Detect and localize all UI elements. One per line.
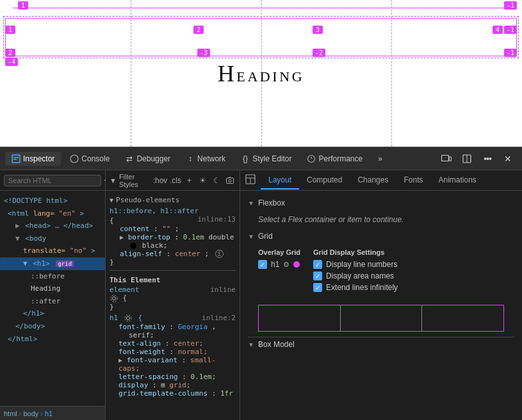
screenshot-button[interactable] bbox=[225, 174, 236, 188]
split-screen-button[interactable] bbox=[458, 150, 476, 168]
tab-changes-label: Changes bbox=[357, 175, 388, 184]
tab-layout[interactable]: Layout bbox=[261, 172, 299, 190]
badge-4-mid: 4 bbox=[493, 26, 503, 34]
pseudo-selector: h1::before, h1::after inline:13 bbox=[110, 207, 236, 215]
color-swatch-black[interactable] bbox=[130, 243, 136, 249]
tab-inspector-label: Inspector bbox=[23, 154, 54, 163]
box-model-label: Box Model bbox=[258, 340, 295, 349]
mini-grid-visualization bbox=[258, 305, 504, 332]
add-rule-button[interactable]: + bbox=[184, 174, 195, 188]
tab-inspector[interactable]: Inspector bbox=[5, 152, 61, 166]
display-option-extend-lines: ✓ Extend lines infinitely bbox=[313, 283, 398, 292]
style-editor-icon: {} bbox=[241, 154, 250, 163]
svg-rect-14 bbox=[227, 178, 234, 184]
css-font-family: font-family : Georgia , bbox=[118, 323, 236, 331]
breadcrumb-html[interactable]: html bbox=[4, 410, 17, 417]
css-grid-template-columns: grid-template-columns : 1fr bbox=[118, 389, 236, 398]
font-variant-expand[interactable]: ▶ bbox=[118, 357, 122, 364]
svg-rect-6 bbox=[449, 157, 452, 161]
tab-performance[interactable]: Performance bbox=[300, 152, 369, 166]
flexbox-message: Select a Flex container or item to conti… bbox=[248, 210, 514, 229]
svg-rect-5 bbox=[442, 155, 449, 161]
responsive-design-button[interactable] bbox=[437, 150, 455, 168]
svg-point-16 bbox=[113, 297, 116, 300]
badge-1: 1 bbox=[18, 1, 28, 10]
filter-label: Filter Styles bbox=[119, 173, 148, 188]
h1-gear-icon[interactable] bbox=[124, 314, 133, 323]
tab-changes[interactable]: Changes bbox=[350, 172, 396, 190]
tree-body-attr[interactable]: translate= "no" > bbox=[0, 245, 105, 257]
breadcrumb: html › body › h1 bbox=[0, 406, 105, 420]
info-icon[interactable]: i bbox=[215, 250, 224, 258]
network-icon: ↕ bbox=[186, 154, 195, 163]
tab-computed[interactable]: Computed bbox=[299, 172, 350, 190]
tree-html-close[interactable]: </html> bbox=[0, 333, 105, 346]
breadcrumb-body[interactable]: body bbox=[23, 410, 38, 417]
badge-n1-bot: -1 bbox=[504, 49, 517, 57]
breadcrumb-h1[interactable]: h1 bbox=[45, 410, 53, 417]
h1-selector: h1 { inline:2 bbox=[110, 314, 236, 323]
tab-debugger[interactable]: ⇄ Debugger bbox=[118, 152, 177, 166]
tree-body-open[interactable]: ▼ <body bbox=[0, 232, 105, 245]
checkbox-area-names[interactable]: ✓ bbox=[313, 271, 322, 280]
tree-heading-text[interactable]: Heading bbox=[0, 282, 105, 295]
tab-fonts[interactable]: Fonts bbox=[396, 172, 430, 190]
tab-console-label: Console bbox=[81, 154, 110, 163]
tab-layout-label: Layout bbox=[268, 175, 291, 184]
filter-icon: ▼ bbox=[110, 177, 117, 184]
pseudo-props: content : "" ; ▶ border-top : 0.1em doub… bbox=[110, 225, 236, 258]
tree-body-close[interactable]: </body> bbox=[0, 320, 105, 333]
tab-fonts-label: Fonts bbox=[404, 175, 423, 184]
tree-h1-close[interactable]: </h1> bbox=[0, 307, 105, 320]
light-mode-button[interactable]: ☀ bbox=[197, 174, 208, 188]
grid-display-label: Grid Display Settings bbox=[313, 248, 398, 256]
css-text-align: text-align : center; bbox=[118, 339, 236, 348]
svg-rect-2 bbox=[13, 159, 17, 160]
overlay-color-dot bbox=[293, 261, 300, 268]
tab-performance-label: Performance bbox=[318, 154, 363, 163]
tab-style-editor[interactable]: {} Style Editor bbox=[234, 152, 298, 166]
pseudo-elements-header[interactable]: ▼ Pseudo-elements bbox=[110, 195, 236, 206]
menu-button[interactable]: ••• bbox=[478, 150, 496, 168]
tree-html[interactable]: <html lang= "en" > bbox=[0, 207, 105, 220]
tab-console[interactable]: Console bbox=[63, 152, 116, 166]
grid-arrow: ▼ bbox=[248, 233, 254, 240]
tab-network[interactable]: ↕ Network bbox=[179, 152, 232, 166]
flexbox-section-header[interactable]: ▼ Flexbox bbox=[248, 196, 514, 210]
layout-icon-button[interactable] bbox=[245, 174, 256, 186]
checkbox-extend-lines[interactable]: ✓ bbox=[313, 283, 322, 292]
tree-before[interactable]: ::before bbox=[0, 270, 105, 283]
badge-n4-bot: -4 bbox=[5, 58, 18, 66]
overlay-checkbox-h1[interactable]: ✓ bbox=[258, 260, 267, 269]
close-button[interactable]: ✕ bbox=[499, 150, 517, 168]
this-element-header: This Element bbox=[110, 275, 236, 286]
h1-rule: h1 { inline:2 font-family : Georgia bbox=[110, 314, 236, 398]
grid-section-header[interactable]: ▼ Grid bbox=[248, 229, 514, 243]
tab-animations[interactable]: Animations bbox=[430, 172, 484, 190]
debugger-icon: ⇄ bbox=[125, 154, 134, 163]
element-gear-icon[interactable] bbox=[110, 294, 118, 303]
tree-doctype[interactable]: <!DOCTYPE html> bbox=[0, 195, 105, 207]
overlay-grid-label: Overlay Grid bbox=[258, 248, 300, 256]
right-tabs: Layout Computed Changes Fonts Animations bbox=[240, 170, 522, 191]
badge-n3-bot: -3 bbox=[197, 49, 210, 57]
svg-point-18 bbox=[126, 317, 129, 320]
menu-icon: ••• bbox=[484, 154, 491, 164]
checkbox-line-numbers[interactable]: ✓ bbox=[313, 260, 322, 269]
box-model-section-header[interactable]: ▼ Box Model bbox=[248, 337, 514, 351]
tree-after[interactable]: ::after bbox=[0, 295, 105, 308]
pseudo-brace-close: } bbox=[110, 258, 236, 266]
class-button[interactable]: .cls bbox=[170, 174, 181, 188]
tree-h1[interactable]: ▼ <h1> grid bbox=[0, 257, 105, 270]
search-input[interactable] bbox=[4, 175, 101, 186]
tree-head[interactable]: ▶ <head> … </head> bbox=[0, 220, 105, 232]
tab-computed-label: Computed bbox=[307, 175, 342, 184]
dark-mode-button[interactable]: ☾ bbox=[211, 174, 222, 188]
font-family-link[interactable]: Georgia bbox=[178, 323, 208, 331]
right-content: ▼ Flexbox Select a Flex container or ite… bbox=[240, 191, 522, 420]
overlay-gear-icon[interactable]: ⚙ bbox=[283, 261, 290, 269]
svg-point-19 bbox=[125, 315, 131, 321]
more-tabs-button[interactable]: » bbox=[371, 152, 389, 166]
border-expand-icon[interactable]: ▶ bbox=[120, 234, 124, 241]
pseudo-class-button[interactable]: :hov bbox=[153, 174, 167, 188]
